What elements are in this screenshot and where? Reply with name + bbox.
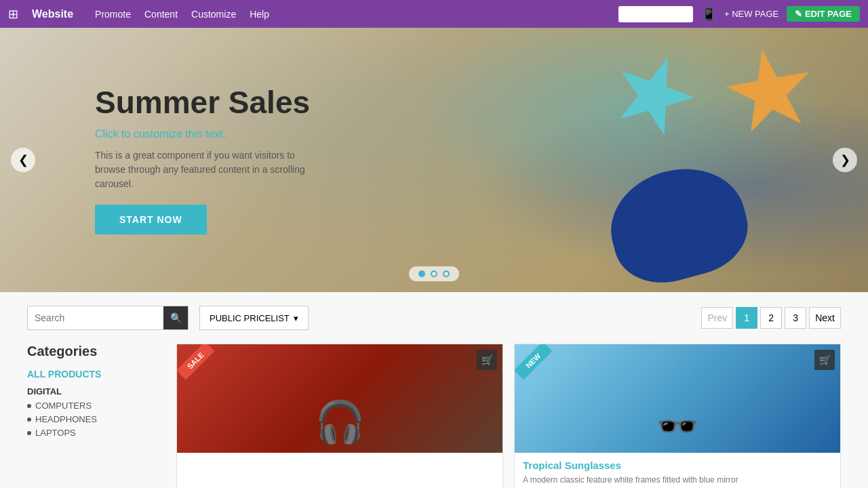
search-input[interactable] xyxy=(28,306,163,329)
product-image-2 xyxy=(515,344,840,453)
sidebar: Categories ALL PRODUCTS DIGITAL COMPUTER… xyxy=(27,344,163,488)
product-info-1 xyxy=(177,453,502,466)
hero-dot-1[interactable] xyxy=(418,270,425,277)
sidebar-item-headphones[interactable]: HEADPHONES xyxy=(27,414,163,424)
hero-dot-3[interactable] xyxy=(443,270,450,277)
edit-page-button[interactable]: ✎ EDIT PAGE xyxy=(787,6,860,22)
hero-title: Summer Sales xyxy=(95,85,326,120)
starfish-decoration-2 xyxy=(719,41,821,144)
pricelist-dropdown[interactable]: PUBLIC PRICELIST ▾ xyxy=(199,306,309,330)
shop-section: 🔍 PUBLIC PRICELIST ▾ Prev 1 2 3 Next Cat… xyxy=(0,292,868,488)
nav-links: Promote Content Customize Help xyxy=(95,9,608,20)
nav-content[interactable]: Content xyxy=(144,9,178,20)
product-card-1[interactable]: SALE 🛒 xyxy=(176,344,503,488)
hero-subtitle[interactable]: Click to customize this text. xyxy=(95,128,326,140)
product-image-1 xyxy=(177,344,502,453)
sidebar-item-headphones-label: HEADPHONES xyxy=(35,414,97,424)
product-name-2: Tropical Sunglasses xyxy=(523,460,832,471)
search-button[interactable]: 🔍 xyxy=(163,306,188,329)
brand-name: Website xyxy=(32,8,73,20)
hero-cta-button[interactable]: START NOW xyxy=(95,205,207,235)
product-image-container-2: NEW 🛒 xyxy=(515,344,840,453)
add-to-cart-button-1[interactable]: 🛒 xyxy=(477,350,497,370)
pricelist-label: PUBLIC PRICELIST xyxy=(210,313,290,323)
sidebar-all-products[interactable]: ALL PRODUCTS xyxy=(27,369,163,380)
product-badge-sale: SALE xyxy=(177,344,218,385)
sidebar-section-digital: DIGITAL xyxy=(27,386,163,396)
sunglasses-decoration xyxy=(599,155,758,292)
new-badge-label: NEW xyxy=(515,344,552,380)
add-to-cart-button-2[interactable]: 🛒 xyxy=(814,350,835,370)
sidebar-item-laptops-label: LAPTOPS xyxy=(35,428,76,438)
nav-search-input[interactable] xyxy=(618,6,693,22)
grid-icon[interactable]: ⊞ xyxy=(8,7,18,22)
products-grid: SALE 🛒 NEW 🛒 Tropical Sunglasses xyxy=(176,344,841,488)
pagination-page-3[interactable]: 3 xyxy=(785,307,806,329)
product-info-2: Tropical Sunglasses A modern classic fea… xyxy=(515,453,840,488)
shop-toolbar: 🔍 PUBLIC PRICELIST ▾ Prev 1 2 3 Next xyxy=(27,306,841,330)
product-description-2: A modern classic feature white frames fi… xyxy=(523,474,832,486)
sidebar-item-computers-label: COMPUTERS xyxy=(35,401,92,411)
pagination-page-1[interactable]: 1 xyxy=(736,307,757,329)
pagination-prev[interactable]: Prev xyxy=(701,307,733,329)
bullet-icon xyxy=(27,431,31,435)
new-page-button[interactable]: + NEW PAGE xyxy=(724,9,778,19)
hero-prev-button[interactable]: ❮ xyxy=(11,148,35,172)
hero-section: Summer Sales Click to customize this tex… xyxy=(0,28,868,292)
hero-next-button[interactable]: ❯ xyxy=(833,148,857,172)
sale-badge-label: SALE xyxy=(177,344,214,380)
pricelist-chevron-icon: ▾ xyxy=(294,313,298,323)
product-image-container-1: SALE 🛒 xyxy=(177,344,502,453)
sidebar-item-laptops[interactable]: LAPTOPS xyxy=(27,428,163,438)
hero-description: This is a great component if you want vi… xyxy=(95,148,326,191)
starfish-decoration-1 xyxy=(601,43,706,148)
hero-dots xyxy=(409,266,459,281)
categories-title: Categories xyxy=(27,344,163,359)
nav-promote[interactable]: Promote xyxy=(95,9,131,20)
nav-customize[interactable]: Customize xyxy=(191,9,236,20)
bullet-icon xyxy=(27,418,31,422)
bullet-icon xyxy=(27,404,31,408)
nav-right: 📱 + NEW PAGE ✎ EDIT PAGE xyxy=(618,6,860,22)
sidebar-item-computers[interactable]: COMPUTERS xyxy=(27,401,163,411)
hero-content: Summer Sales Click to customize this tex… xyxy=(0,85,326,235)
mobile-icon[interactable]: 📱 xyxy=(701,7,716,22)
hero-beach-items xyxy=(260,28,868,292)
pagination-next[interactable]: Next xyxy=(809,307,841,329)
shop-content: Categories ALL PRODUCTS DIGITAL COMPUTER… xyxy=(27,344,841,488)
product-card-2[interactable]: NEW 🛒 Tropical Sunglasses A modern class… xyxy=(514,344,841,488)
product-badge-new: NEW xyxy=(515,344,555,385)
top-nav: ⊞ Website Promote Content Customize Help… xyxy=(0,0,868,28)
pagination-page-2[interactable]: 2 xyxy=(760,307,782,329)
search-box: 🔍 xyxy=(27,306,189,330)
hero-dot-2[interactable] xyxy=(431,270,437,277)
pagination: Prev 1 2 3 Next xyxy=(701,307,841,329)
nav-help[interactable]: Help xyxy=(250,9,269,20)
